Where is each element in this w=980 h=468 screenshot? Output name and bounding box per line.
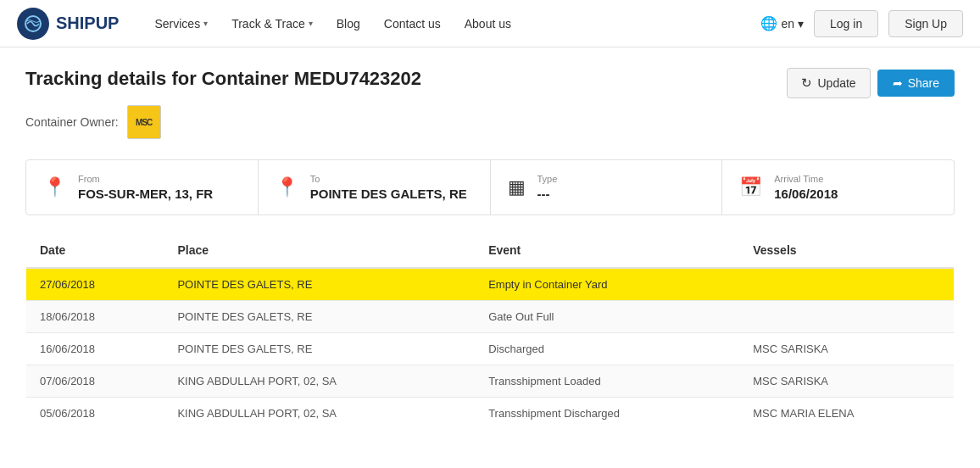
calendar-icon: 📅 xyxy=(739,176,762,198)
arrival-label: Arrival Time xyxy=(774,174,838,184)
chevron-down-icon: ▾ xyxy=(798,17,804,31)
cell-vessel xyxy=(739,301,954,333)
cell-vessel xyxy=(739,268,954,301)
cell-place: KING ABDULLAH PORT, 02, SA xyxy=(164,398,475,430)
header-actions: ↻ Update ➦ Share xyxy=(787,68,955,98)
arrival-value: 16/06/2018 xyxy=(774,187,838,201)
col-date: Date xyxy=(26,233,164,269)
table-row: 27/06/2018POINTE DES GALETS, REEmpty in … xyxy=(26,268,955,301)
cell-date: 07/06/2018 xyxy=(26,365,164,398)
page-header: Tracking details for Container MEDU74232… xyxy=(25,68,955,98)
nav-right: 🌐 en ▾ Log in Sign Up xyxy=(760,10,963,37)
table-row: 05/06/2018KING ABDULLAH PORT, 02, SATran… xyxy=(26,398,955,430)
container-owner-label: Container Owner: xyxy=(25,115,119,129)
update-button[interactable]: ↻ Update xyxy=(787,68,870,98)
logo[interactable]: SHIPUP xyxy=(17,8,119,40)
table-row: 16/06/2018POINTE DES GALETS, REDischarge… xyxy=(26,333,955,365)
nav-about[interactable]: About us xyxy=(454,10,521,37)
cell-event: Empty in Container Yard xyxy=(475,268,739,301)
table-header-row: Date Place Event Vessels xyxy=(26,233,955,269)
page-title: Tracking details for Container MEDU74232… xyxy=(25,68,421,90)
chevron-down-icon: ▾ xyxy=(203,19,208,28)
from-label: From xyxy=(78,174,213,184)
cell-date: 27/06/2018 xyxy=(26,268,164,301)
container-owner-row: Container Owner: MSC xyxy=(25,105,955,139)
table-row: 07/06/2018KING ABDULLAH PORT, 02, SATran… xyxy=(26,365,955,398)
nav-contact[interactable]: Contact us xyxy=(374,10,451,37)
cell-date: 05/06/2018 xyxy=(26,398,164,430)
logo-text: SHIPUP xyxy=(56,14,119,33)
from-value: FOS-SUR-MER, 13, FR xyxy=(78,187,213,201)
cell-date: 18/06/2018 xyxy=(26,301,164,333)
destination-icon: 📍 xyxy=(276,176,298,198)
table-body: 27/06/2018POINTE DES GALETS, REEmpty in … xyxy=(26,268,955,430)
cell-event: Transshipment Discharged xyxy=(475,398,739,430)
cell-vessel[interactable]: MSC SARISKA xyxy=(739,333,954,365)
cell-place: KING ABDULLAH PORT, 02, SA xyxy=(164,365,475,398)
to-label: To xyxy=(310,174,467,184)
tracking-table: Date Place Event Vessels 27/06/2018POINT… xyxy=(25,232,955,430)
share-button[interactable]: ➦ Share xyxy=(877,70,955,97)
logo-icon xyxy=(17,8,49,40)
cell-place: POINTE DES GALETS, RE xyxy=(164,333,475,365)
nav-blog[interactable]: Blog xyxy=(326,10,370,37)
type-label: Type xyxy=(537,174,558,184)
share-icon: ➦ xyxy=(893,76,903,90)
info-row: 📍 From FOS-SUR-MER, 13, FR 📍 To POINTE D… xyxy=(25,159,955,215)
globe-icon: 🌐 xyxy=(760,15,777,31)
cell-vessel[interactable]: MSC MARIA ELENA xyxy=(739,398,954,430)
language-selector[interactable]: 🌐 en ▾ xyxy=(760,15,804,31)
nav-services[interactable]: Services ▾ xyxy=(144,10,218,37)
cell-vessel[interactable]: MSC SARISKA xyxy=(739,365,954,398)
col-vessels: Vessels xyxy=(739,233,954,269)
owner-badge: MSC xyxy=(127,105,161,139)
cell-place: POINTE DES GALETS, RE xyxy=(164,268,475,301)
info-to: 📍 To POINTE DES GALETS, RE xyxy=(259,160,491,214)
col-place: Place xyxy=(164,233,475,269)
navbar: SHIPUP Services ▾ Track & Trace ▾ Blog C… xyxy=(0,0,980,47)
login-button[interactable]: Log in xyxy=(814,10,878,37)
nav-links: Services ▾ Track & Trace ▾ Blog Contact … xyxy=(144,10,760,37)
info-from: 📍 From FOS-SUR-MER, 13, FR xyxy=(26,160,259,214)
info-arrival: 📅 Arrival Time 16/06/2018 xyxy=(722,160,954,214)
location-icon: 📍 xyxy=(43,176,66,198)
signup-button[interactable]: Sign Up xyxy=(888,10,963,37)
info-type: ▦ Type --- xyxy=(491,160,723,214)
cell-date: 16/06/2018 xyxy=(26,333,164,365)
cell-event: Gate Out Full xyxy=(475,301,739,333)
cell-event: Discharged xyxy=(475,333,739,365)
chevron-down-icon: ▾ xyxy=(309,19,313,28)
type-icon: ▦ xyxy=(508,176,526,198)
nav-track-trace[interactable]: Track & Trace ▾ xyxy=(221,10,323,37)
table-row: 18/06/2018POINTE DES GALETS, REGate Out … xyxy=(26,301,955,333)
main-content: Tracking details for Container MEDU74232… xyxy=(0,47,980,450)
cell-place: POINTE DES GALETS, RE xyxy=(164,301,475,333)
refresh-icon: ↻ xyxy=(801,75,812,91)
to-value: POINTE DES GALETS, RE xyxy=(310,187,467,201)
table-head: Date Place Event Vessels xyxy=(26,233,955,269)
type-value: --- xyxy=(537,187,558,201)
cell-event: Transshipment Loaded xyxy=(475,365,739,398)
col-event: Event xyxy=(475,233,739,269)
